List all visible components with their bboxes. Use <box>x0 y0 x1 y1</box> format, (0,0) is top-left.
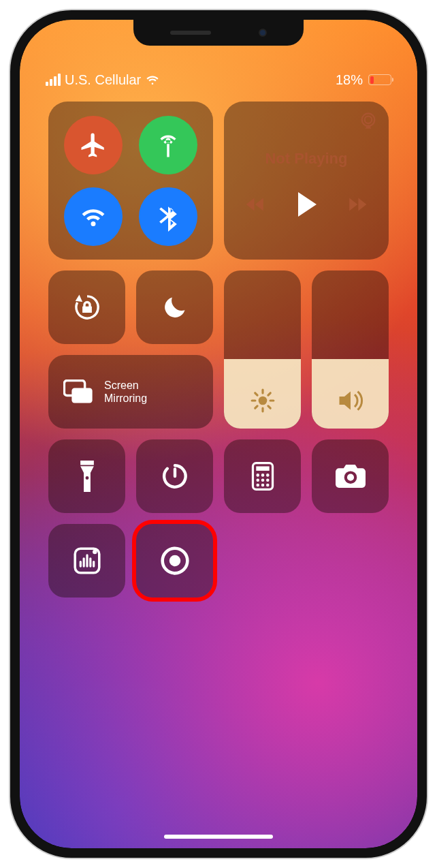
bluetooth-icon <box>157 202 180 232</box>
flashlight-button[interactable] <box>48 439 125 513</box>
svg-point-17 <box>261 474 264 477</box>
timer-icon <box>161 462 189 491</box>
home-indicator[interactable] <box>164 835 273 839</box>
svg-point-21 <box>266 478 270 482</box>
moon-icon <box>161 294 189 321</box>
airplay-audio-icon[interactable] <box>359 111 378 130</box>
svg-point-2 <box>258 397 267 405</box>
svg-point-31 <box>93 550 97 554</box>
airplane-icon <box>79 131 108 159</box>
svg-point-16 <box>256 474 259 477</box>
next-track-button[interactable] <box>346 196 367 213</box>
screen-record-button[interactable] <box>136 524 213 598</box>
play-button[interactable] <box>296 192 317 217</box>
svg-point-0 <box>362 114 375 127</box>
brightness-slider[interactable] <box>224 270 301 429</box>
svg-point-20 <box>261 478 264 482</box>
volume-slider[interactable] <box>312 270 389 429</box>
svg-rect-12 <box>71 388 92 403</box>
screen-mirroring-button[interactable]: Screen Mirroring <box>48 355 213 429</box>
camera-icon <box>336 464 366 489</box>
svg-rect-15 <box>256 466 269 470</box>
volume-icon <box>336 388 365 414</box>
svg-point-24 <box>266 484 270 487</box>
screen: U.S. Cellular 18% <box>20 20 417 848</box>
flashlight-icon <box>78 461 97 492</box>
phone-frame: U.S. Cellular 18% <box>10 10 427 858</box>
code-scan-icon <box>73 546 101 575</box>
camera-button[interactable] <box>312 439 389 513</box>
calculator-button[interactable] <box>224 439 301 513</box>
wifi-icon <box>79 202 108 231</box>
code-scanner-button[interactable] <box>48 524 125 598</box>
svg-line-10 <box>268 393 270 395</box>
wifi-button[interactable] <box>64 187 123 246</box>
orientation-lock-icon <box>71 292 103 323</box>
signal-icon <box>46 74 61 86</box>
media-player-tile[interactable]: Not Playing <box>224 102 389 260</box>
control-center: Not Playing <box>48 102 389 598</box>
record-icon <box>160 546 190 576</box>
svg-line-8 <box>268 406 270 408</box>
svg-point-18 <box>266 474 270 477</box>
svg-line-9 <box>255 406 257 408</box>
media-status-label: Not Playing <box>265 150 347 168</box>
previous-track-button[interactable] <box>246 196 266 213</box>
do-not-disturb-button[interactable] <box>136 270 213 344</box>
calculator-icon <box>251 462 274 491</box>
brightness-icon <box>250 388 276 414</box>
svg-line-7 <box>255 393 257 395</box>
svg-point-33 <box>169 555 180 567</box>
cellular-data-button[interactable] <box>139 116 197 174</box>
battery-percent-label: 18% <box>336 72 363 88</box>
carrier-label: U.S. Cellular <box>65 72 141 88</box>
battery-icon <box>368 74 391 85</box>
notch <box>133 20 304 46</box>
antenna-icon <box>154 131 182 159</box>
airplane-mode-button[interactable] <box>64 116 123 174</box>
screen-mirroring-icon <box>63 379 93 404</box>
bluetooth-button[interactable] <box>139 187 197 246</box>
screen-mirroring-label: Screen Mirroring <box>104 379 147 405</box>
svg-point-1 <box>365 117 372 124</box>
wifi-status-icon <box>145 74 160 86</box>
svg-point-22 <box>256 484 259 487</box>
svg-point-19 <box>256 478 259 482</box>
orientation-lock-button[interactable] <box>48 270 125 344</box>
timer-button[interactable] <box>136 439 213 513</box>
svg-point-23 <box>261 484 264 487</box>
connectivity-group <box>48 102 213 260</box>
status-bar: U.S. Cellular 18% <box>20 66 417 93</box>
